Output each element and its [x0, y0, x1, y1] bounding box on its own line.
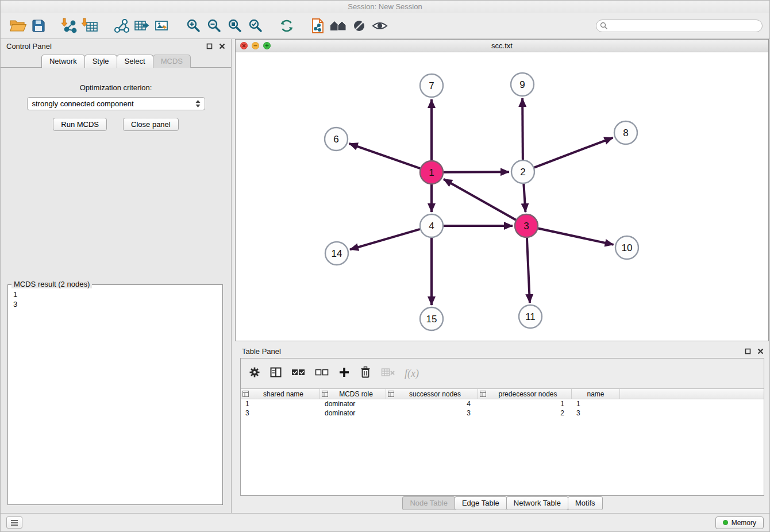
export-image-icon[interactable] [152, 16, 173, 36]
graph-node-2[interactable]: 2 [511, 160, 534, 183]
table-row[interactable]: 3dominator323 [241, 408, 764, 418]
gear-icon[interactable] [249, 367, 260, 380]
table-panel-tabs: Node Table Edge Table Network Table Moti… [235, 496, 769, 510]
graph-edge-2-3[interactable] [523, 184, 525, 212]
function-builder-icon[interactable]: f(x) [405, 368, 419, 380]
graph-edge-4-14[interactable] [350, 229, 420, 249]
svg-text:1: 1 [429, 167, 434, 178]
run-mcds-button[interactable]: Run MCDS [53, 118, 107, 131]
tab-network-table[interactable]: Network Table [506, 496, 568, 510]
network-icon[interactable] [111, 16, 132, 36]
graph-node-6[interactable]: 6 [325, 128, 348, 151]
window-controls [236, 42, 271, 49]
open-folder-icon[interactable] [7, 16, 28, 36]
memory-button[interactable]: Memory [715, 516, 764, 529]
table-cell: 1 [478, 399, 572, 408]
close-panel-icon[interactable] [217, 41, 226, 51]
tab-node-table[interactable]: Node Table [402, 496, 455, 510]
table-panel-title: Table Panel [242, 347, 281, 356]
column-header-successor-nodes[interactable]: successor nodes [386, 389, 478, 399]
graph-node-9[interactable]: 9 [511, 73, 534, 96]
network-window-title: scc.txt [236, 41, 768, 50]
graph-node-14[interactable]: 14 [325, 242, 348, 265]
graph-node-15[interactable]: 15 [420, 307, 443, 330]
float-table-panel-icon[interactable] [743, 346, 752, 356]
result-item[interactable]: 1 [9, 290, 221, 299]
zoom-selected-icon[interactable] [245, 16, 266, 36]
zoom-out-icon[interactable] [204, 16, 225, 36]
svg-text:8: 8 [623, 128, 628, 138]
search-field[interactable] [596, 20, 763, 32]
window-titlebar: Session: New Session [1, 1, 769, 13]
graph-edge-1-6[interactable] [349, 144, 421, 168]
tab-style[interactable]: Style [84, 55, 117, 68]
network-overview-icon[interactable] [328, 16, 349, 36]
close-panel-button[interactable]: Close panel [123, 118, 179, 131]
graph-edge-1-2[interactable] [444, 172, 509, 172]
import-table-icon[interactable] [80, 16, 101, 36]
hide-details-icon[interactable] [349, 16, 369, 36]
column-header-name[interactable]: name [572, 389, 620, 399]
svg-text:15: 15 [426, 314, 437, 325]
graph-edge-3-10[interactable] [538, 228, 614, 244]
tab-select[interactable]: Select [117, 55, 153, 68]
graph-node-8[interactable]: 8 [614, 121, 637, 144]
list-icon [10, 519, 18, 526]
svg-text:6: 6 [333, 134, 338, 145]
maximize-window-icon[interactable] [263, 42, 271, 49]
column-header-predecessor-nodes[interactable]: predecessor nodes [478, 389, 572, 399]
graph-edge-2-8[interactable] [534, 138, 613, 168]
svg-text:7: 7 [429, 80, 434, 91]
task-history-button[interactable] [6, 516, 22, 529]
eye-icon[interactable] [369, 16, 390, 36]
svg-text:2: 2 [520, 167, 525, 178]
graph-node-11[interactable]: 11 [519, 305, 542, 328]
zoom-fit-icon[interactable] [225, 16, 245, 36]
mcds-result-box: MCDS result (2 nodes) 13 [7, 284, 223, 505]
float-panel-icon[interactable] [205, 41, 214, 51]
sort-icon [388, 391, 394, 397]
graph-node-7[interactable]: 7 [420, 74, 443, 97]
save-icon[interactable] [28, 16, 49, 36]
tab-motifs[interactable]: Motifs [568, 496, 603, 510]
delete-table-icon[interactable] [381, 367, 395, 380]
graph-node-10[interactable]: 10 [615, 236, 638, 259]
graph-edge-3-11[interactable] [527, 238, 530, 303]
criterion-dropdown[interactable]: strongly connected component [27, 97, 205, 110]
minimize-window-icon[interactable] [252, 42, 259, 49]
zoom-in-icon[interactable] [183, 16, 204, 36]
close-table-panel-icon[interactable] [756, 346, 765, 356]
columns-icon[interactable] [270, 367, 282, 380]
graph-edge-3-1[interactable] [444, 179, 516, 220]
control-panel-header: Control Panel [1, 39, 231, 53]
table-cell: dominator [320, 408, 386, 418]
refresh-layout-icon[interactable] [276, 16, 297, 36]
add-column-icon[interactable] [338, 367, 350, 380]
tab-edge-table[interactable]: Edge Table [455, 496, 507, 510]
result-item[interactable]: 3 [9, 299, 221, 309]
network-canvas-svg: 7968124314101511 [236, 52, 768, 341]
tab-network[interactable]: Network [41, 55, 85, 68]
graph-edge-2-9[interactable] [522, 98, 523, 160]
unselect-all-columns-icon[interactable] [315, 367, 329, 380]
delete-column-icon[interactable] [360, 366, 371, 381]
graph-node-3[interactable]: 3 [515, 214, 538, 237]
table-panel-header: Table Panel [235, 344, 769, 358]
table-cell: 3 [241, 408, 320, 418]
new-network-from-selection-icon[interactable] [307, 16, 328, 36]
tab-mcds[interactable]: MCDS [153, 55, 191, 68]
network-canvas[interactable]: 7968124314101511 [236, 52, 768, 341]
close-window-icon[interactable] [240, 42, 248, 49]
svg-text:9: 9 [519, 79, 525, 90]
select-all-columns-icon[interactable] [291, 367, 305, 380]
svg-text:14: 14 [332, 248, 342, 259]
node-table-container: f(x) shared name MCDS role [240, 358, 764, 496]
graph-node-1[interactable]: 1 [420, 161, 443, 184]
column-header-mcds-role[interactable]: MCDS role [320, 389, 386, 399]
import-network-icon[interactable] [59, 16, 80, 36]
table-row[interactable]: 1dominator411 [241, 399, 764, 408]
column-header-shared-name[interactable]: shared name [241, 389, 320, 399]
graph-node-4[interactable]: 4 [420, 214, 443, 237]
search-input[interactable] [608, 21, 762, 31]
export-table-icon[interactable] [132, 16, 152, 36]
